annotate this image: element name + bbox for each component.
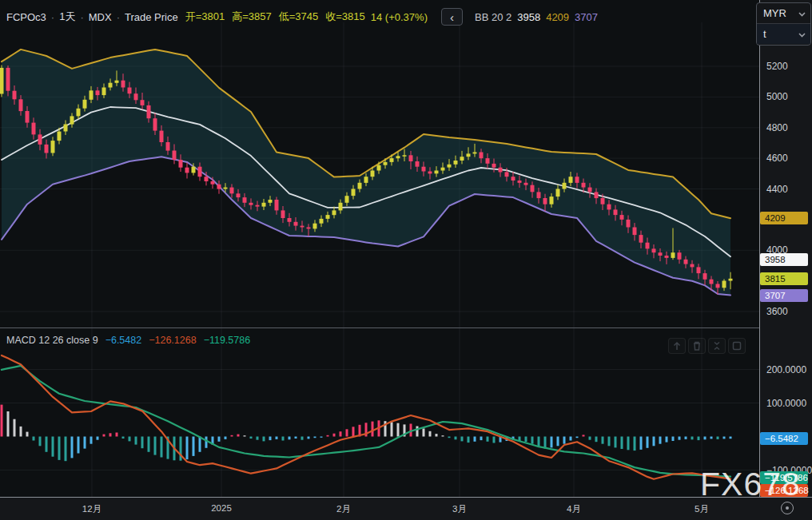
candle-body xyxy=(710,280,714,284)
candle-body xyxy=(678,252,682,260)
macd-histogram-bar xyxy=(525,437,527,443)
candle-body xyxy=(435,171,439,174)
candle-body xyxy=(697,267,701,273)
candle-body xyxy=(115,81,119,83)
candle-body xyxy=(505,172,509,177)
time-axis[interactable]: 12月20252月3月4月5月 xyxy=(0,497,812,520)
candle-body xyxy=(652,248,656,252)
currency-dropdown[interactable]: MYR xyxy=(757,3,810,23)
candle-body xyxy=(403,155,407,157)
candle-body xyxy=(230,188,234,194)
candle-body xyxy=(269,200,273,203)
candle-body xyxy=(486,158,490,164)
candle-body xyxy=(511,177,515,181)
macd-histogram-bar xyxy=(461,437,464,442)
macd-histogram-bar xyxy=(39,437,42,447)
candle-body xyxy=(147,105,151,118)
candle-body xyxy=(224,188,228,189)
candle-body xyxy=(691,264,695,268)
candle-body xyxy=(588,188,592,193)
unit-label: t xyxy=(763,28,766,40)
candle-body xyxy=(307,228,311,229)
candle-body xyxy=(556,189,560,197)
candle-body xyxy=(492,164,496,168)
macd-histogram-bar xyxy=(455,437,457,440)
macd-histogram-bar xyxy=(627,437,630,451)
axis-tick-label: 200.0000 xyxy=(766,364,806,375)
candle-body xyxy=(384,162,388,165)
macd-histogram-bar xyxy=(225,437,227,439)
time-tick-label: 2月 xyxy=(336,503,351,515)
low-value: 低=3745 xyxy=(279,10,319,24)
macd-histogram-bar xyxy=(576,437,579,439)
delete-pane-button[interactable] xyxy=(688,338,706,354)
candle-body xyxy=(518,181,522,183)
macd-histogram-bar xyxy=(691,437,694,440)
price-badge: 3707 xyxy=(760,289,808,302)
chevron-down-icon xyxy=(798,7,806,19)
maximize-pane-button[interactable] xyxy=(728,338,746,354)
candle-body xyxy=(70,116,74,124)
candle-body xyxy=(217,185,221,189)
move-pane-up-button[interactable] xyxy=(668,338,686,354)
trading-chart-app: FCPOc3 · 1天 · MDX · Trade Price 开=3801 高… xyxy=(0,0,812,520)
candle-body xyxy=(499,168,503,173)
candle-body xyxy=(128,88,132,94)
macd-histogram-bar xyxy=(257,437,259,440)
axis-tick-label: 4600 xyxy=(766,153,788,164)
macd-histogram-bar xyxy=(442,435,444,436)
macd-histogram-bar xyxy=(602,437,604,444)
axis-tick-label: 5000 xyxy=(766,91,788,102)
candle-body xyxy=(153,118,157,130)
macd-histogram-bar xyxy=(487,437,489,442)
price-axis[interactable]: 5200500048004600440040003600200.0000100.… xyxy=(759,0,812,497)
macd-histogram-bar xyxy=(26,432,29,437)
candle-body xyxy=(607,204,611,210)
macd-histogram-bar xyxy=(698,437,700,441)
macd-histogram-bar xyxy=(129,437,131,442)
macd-histogram-bar xyxy=(557,437,559,447)
candle-body xyxy=(313,224,317,229)
collapse-legend-button[interactable]: ‹ xyxy=(441,8,463,26)
candle-body xyxy=(332,210,336,215)
macd-histogram-bar xyxy=(538,437,540,447)
candle-body xyxy=(102,88,106,96)
candle-body xyxy=(256,205,260,207)
trash-icon xyxy=(691,340,703,351)
candle-body xyxy=(301,226,304,228)
macd-histogram-bar xyxy=(608,437,611,447)
price-type-label: Trade Price xyxy=(125,11,178,23)
arrow-up-icon xyxy=(671,340,683,351)
macd-histogram-bar xyxy=(397,423,400,437)
collapse-pane-button[interactable] xyxy=(708,338,726,354)
candle-body xyxy=(83,100,87,109)
bb-indicator-label[interactable]: BB 20 2 xyxy=(475,11,511,23)
macd-histogram-bar xyxy=(161,437,163,458)
candle-body xyxy=(160,131,164,142)
candle-body xyxy=(6,68,10,91)
pane-divider[interactable] xyxy=(0,327,812,328)
macd-histogram-bar xyxy=(231,435,233,437)
macd-histogram-bar xyxy=(391,422,393,436)
separator-dot: · xyxy=(80,11,83,23)
candle-body xyxy=(58,132,62,141)
bb-lower-value: 3707 xyxy=(575,11,598,23)
candle-body xyxy=(467,153,471,157)
macd-histogram-bar xyxy=(416,427,419,437)
candle-body xyxy=(614,209,618,215)
candle-body xyxy=(371,171,375,177)
symbol-name[interactable]: FCPOc3 xyxy=(6,11,46,23)
candle-body xyxy=(90,90,94,100)
macd-histogram-bar xyxy=(340,431,342,436)
candle-body xyxy=(211,181,215,185)
interval-label[interactable]: 1天 xyxy=(59,10,75,24)
candle-body xyxy=(192,167,196,173)
chart-canvas[interactable] xyxy=(0,0,759,497)
macd-indicator-label[interactable]: MACD 12 26 close 9 xyxy=(6,335,98,346)
macd-histogram-bar xyxy=(672,437,675,442)
unit-dropdown[interactable]: t xyxy=(757,24,810,44)
price-badge: 3815 xyxy=(760,272,808,285)
candle-body xyxy=(722,281,726,288)
macd-histogram-bar xyxy=(493,437,496,443)
exchange-label: MDX xyxy=(89,11,112,23)
